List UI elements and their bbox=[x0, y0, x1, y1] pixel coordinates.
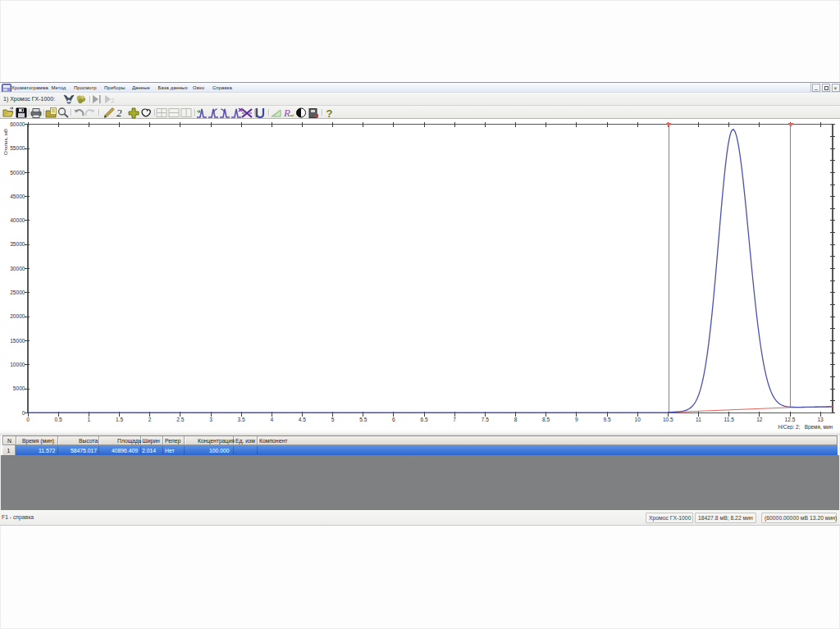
svg-text:10000: 10000 bbox=[10, 362, 25, 367]
svg-text:10: 10 bbox=[635, 417, 641, 422]
svg-text:0.5: 0.5 bbox=[55, 417, 62, 422]
svg-text:12: 12 bbox=[756, 417, 763, 422]
svg-text:50000: 50000 bbox=[10, 170, 25, 175]
svg-text:4: 4 bbox=[270, 417, 273, 422]
svg-text:Отклик, мВ: Отклик, мВ bbox=[2, 129, 8, 155]
svg-text:2.5: 2.5 bbox=[176, 417, 184, 422]
svg-text:6.5: 6.5 bbox=[421, 417, 428, 422]
svg-text:2: 2 bbox=[112, 97, 114, 104]
svg-text:40000: 40000 bbox=[10, 217, 25, 223]
svg-text:R: R bbox=[283, 107, 290, 119]
svg-text:12.5: 12.5 bbox=[785, 417, 796, 422]
svg-text:45000: 45000 bbox=[10, 194, 25, 199]
svg-text:7: 7 bbox=[453, 417, 456, 422]
svg-text:35000: 35000 bbox=[10, 241, 25, 247]
svg-text:11: 11 bbox=[696, 417, 701, 422]
svg-text:5000: 5000 bbox=[13, 385, 25, 391]
svg-text:5: 5 bbox=[331, 417, 335, 422]
svg-text:9: 9 bbox=[575, 417, 578, 422]
svg-text:3: 3 bbox=[209, 417, 212, 422]
svg-text:5.5: 5.5 bbox=[359, 417, 367, 422]
svg-text:7.5: 7.5 bbox=[482, 417, 489, 422]
svg-text:2: 2 bbox=[116, 107, 122, 119]
svg-text:0: 0 bbox=[22, 410, 25, 416]
svg-text:2: 2 bbox=[148, 417, 152, 422]
svg-text:15000: 15000 bbox=[10, 338, 25, 344]
svg-text:10.5: 10.5 bbox=[663, 417, 673, 422]
svg-text:25000: 25000 bbox=[10, 289, 25, 295]
svg-text:4.5: 4.5 bbox=[299, 417, 306, 422]
svg-text:20000: 20000 bbox=[10, 313, 25, 319]
svg-text:13: 13 bbox=[817, 417, 824, 422]
svg-text:8.5: 8.5 bbox=[542, 417, 550, 422]
svg-text:60000: 60000 bbox=[10, 121, 25, 127]
svg-text:8: 8 bbox=[514, 417, 518, 422]
svg-text:55000: 55000 bbox=[10, 145, 25, 151]
svg-text:11.5: 11.5 bbox=[724, 417, 735, 422]
svg-text:Н/Сер: 2; Время, мин: Н/Сер: 2; Время, мин bbox=[778, 424, 833, 431]
svg-text:?: ? bbox=[326, 107, 333, 120]
svg-text:9.5: 9.5 bbox=[603, 417, 610, 422]
svg-text:0: 0 bbox=[26, 417, 30, 422]
svg-text:30000: 30000 bbox=[10, 266, 25, 271]
svg-text:1.5: 1.5 bbox=[116, 417, 123, 422]
svg-text:3.5: 3.5 bbox=[238, 417, 245, 422]
svg-text:6: 6 bbox=[392, 417, 395, 422]
svg-text:1: 1 bbox=[87, 417, 90, 422]
